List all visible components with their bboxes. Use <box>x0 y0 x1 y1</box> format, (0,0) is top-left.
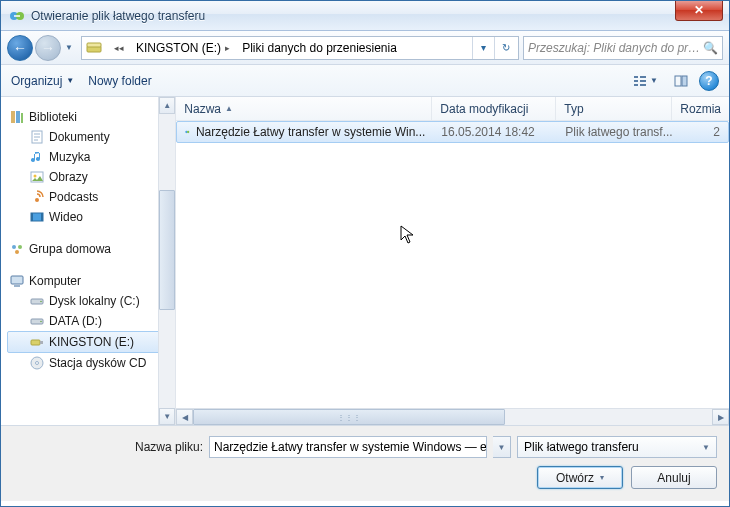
close-button[interactable]: ✕ <box>675 1 723 21</box>
search-icon: 🔍 <box>702 41 718 55</box>
scroll-left-button[interactable]: ◀ <box>176 409 193 425</box>
homegroup-icon <box>9 241 25 257</box>
title-bar: Otwieranie plik łatwego transferu ✕ <box>1 1 729 31</box>
open-button[interactable]: Otwórz▾ <box>537 466 623 489</box>
search-input[interactable]: Przeszukaj: Pliki danych do prz... 🔍 <box>523 36 723 60</box>
breadcrumb-root-dropdown[interactable]: ◂◂ <box>104 37 130 59</box>
window-title: Otwieranie plik łatwego transferu <box>31 9 675 23</box>
library-podcasts[interactable]: Podcasts <box>7 187 161 207</box>
filename-label: Nazwa pliku: <box>13 440 203 454</box>
computer-label: Komputer <box>29 274 81 288</box>
view-icon <box>632 73 648 89</box>
breadcrumb-drive-label: KINGSTON (E:) <box>136 41 221 55</box>
homegroup-node[interactable]: Grupa domowa <box>7 239 161 259</box>
column-size[interactable]: Rozmia <box>672 97 729 120</box>
column-modified[interactable]: Data modyfikacji <box>432 97 556 120</box>
svg-rect-11 <box>682 76 687 86</box>
search-placeholder: Przeszukaj: Pliki danych do prz... <box>528 41 702 55</box>
svg-point-36 <box>187 131 189 133</box>
refresh-button[interactable]: ↻ <box>494 37 516 59</box>
navigation-tree: Biblioteki Dokumenty Muzyka Obrazy Podca… <box>1 97 175 425</box>
podcasts-icon <box>29 189 45 205</box>
drive-d[interactable]: DATA (D:) <box>7 311 161 331</box>
drive-cd[interactable]: Stacja dysków CD <box>7 353 161 373</box>
filetype-dropdown[interactable]: Plik łatwego transferu ▼ <box>517 436 717 458</box>
scroll-thumb[interactable] <box>159 190 175 310</box>
filename-value: Narzędzie Łatwy transfer w systemie Wind… <box>214 440 487 454</box>
library-documents[interactable]: Dokumenty <box>7 127 161 147</box>
tree-item-label: DATA (D:) <box>49 314 102 328</box>
svg-rect-9 <box>640 84 646 86</box>
breadcrumb-drive[interactable]: KINGSTON (E:)▸ <box>130 37 236 59</box>
organize-label: Organizuj <box>11 74 62 88</box>
scroll-up-button[interactable]: ▲ <box>159 97 175 114</box>
svg-point-28 <box>40 301 42 303</box>
tree-item-label: Podcasts <box>49 190 98 204</box>
svg-point-23 <box>18 245 22 249</box>
horizontal-scrollbar[interactable]: ◀ ⋮⋮⋮ ▶ <box>176 408 729 425</box>
computer-icon <box>9 273 25 289</box>
breadcrumb-dropdown[interactable]: ▾ <box>472 37 494 59</box>
new-folder-button[interactable]: Nowy folder <box>88 74 151 88</box>
help-button[interactable]: ? <box>699 71 719 91</box>
svg-rect-8 <box>640 80 646 82</box>
preview-pane-button[interactable] <box>669 70 693 92</box>
file-list-pane: Nazwa▲ Data modyfikacji Typ Rozmia Narzę… <box>175 97 729 425</box>
svg-rect-32 <box>40 341 43 344</box>
forward-button[interactable]: → <box>35 35 61 61</box>
music-icon <box>29 149 45 165</box>
tree-item-label: Dysk lokalny (C:) <box>49 294 140 308</box>
svg-rect-20 <box>31 213 33 221</box>
cd-icon <box>29 355 45 371</box>
organize-menu[interactable]: Organizuj▼ <box>11 74 74 88</box>
chevron-down-icon: ▼ <box>702 443 710 452</box>
library-videos[interactable]: Wideo <box>7 207 161 227</box>
drive-e-kingston[interactable]: KINGSTON (E:) <box>7 331 161 353</box>
filename-history-dropdown[interactable]: ▼ <box>493 436 511 458</box>
column-name[interactable]: Nazwa▲ <box>176 97 432 120</box>
svg-rect-26 <box>14 285 20 287</box>
svg-rect-4 <box>634 76 638 78</box>
view-options-button[interactable]: ▼ <box>627 70 663 92</box>
svg-rect-7 <box>640 76 646 78</box>
file-row[interactable]: Narzędzie Łatwy transfer w systemie Win.… <box>176 121 729 143</box>
libraries-label: Biblioteki <box>29 110 77 124</box>
main-area: Biblioteki Dokumenty Muzyka Obrazy Podca… <box>1 97 729 425</box>
computer-node[interactable]: Komputer <box>7 271 161 291</box>
mouse-cursor <box>400 225 416 249</box>
filename-input[interactable]: Narzędzie Łatwy transfer w systemie Wind… <box>209 436 487 458</box>
cancel-button[interactable]: Anuluj <box>631 466 717 489</box>
svg-rect-14 <box>21 113 23 123</box>
svg-point-18 <box>35 198 39 202</box>
breadcrumb-folder[interactable]: Pliki danych do przeniesienia <box>236 37 403 59</box>
close-icon: ✕ <box>694 3 704 17</box>
history-dropdown[interactable]: ▼ <box>61 37 77 59</box>
new-folder-label: Nowy folder <box>88 74 151 88</box>
navigation-bar: ← → ▼ ◂◂ KINGSTON (E:)▸ Pliki danych do … <box>1 31 729 65</box>
svg-point-34 <box>36 362 39 365</box>
column-type[interactable]: Typ <box>556 97 672 120</box>
scroll-down-button[interactable]: ▼ <box>159 408 175 425</box>
sort-indicator-icon: ▲ <box>225 104 233 113</box>
breadcrumb-bar[interactable]: ◂◂ KINGSTON (E:)▸ Pliki danych do przeni… <box>81 36 519 60</box>
usb-drive-icon <box>29 334 45 350</box>
svg-rect-12 <box>11 111 15 123</box>
easy-transfer-icon <box>9 8 25 24</box>
sidebar-scrollbar[interactable]: ▲ ▼ <box>158 97 175 425</box>
library-pictures[interactable]: Obrazy <box>7 167 161 187</box>
file-type: Plik łatwego transf... <box>565 125 672 139</box>
libraries-icon <box>9 109 25 125</box>
easy-transfer-file-icon <box>185 124 190 140</box>
libraries-node[interactable]: Biblioteki <box>7 107 161 127</box>
video-icon <box>29 209 45 225</box>
svg-rect-21 <box>41 213 43 221</box>
scroll-thumb[interactable]: ⋮⋮⋮ <box>193 409 504 425</box>
back-button[interactable]: ← <box>7 35 33 61</box>
drive-c[interactable]: Dysk lokalny (C:) <box>7 291 161 311</box>
library-music[interactable]: Muzyka <box>7 147 161 167</box>
svg-point-22 <box>12 245 16 249</box>
svg-rect-25 <box>11 276 23 284</box>
tree-item-label: Muzyka <box>49 150 90 164</box>
preview-icon <box>673 73 689 89</box>
scroll-right-button[interactable]: ▶ <box>712 409 729 425</box>
